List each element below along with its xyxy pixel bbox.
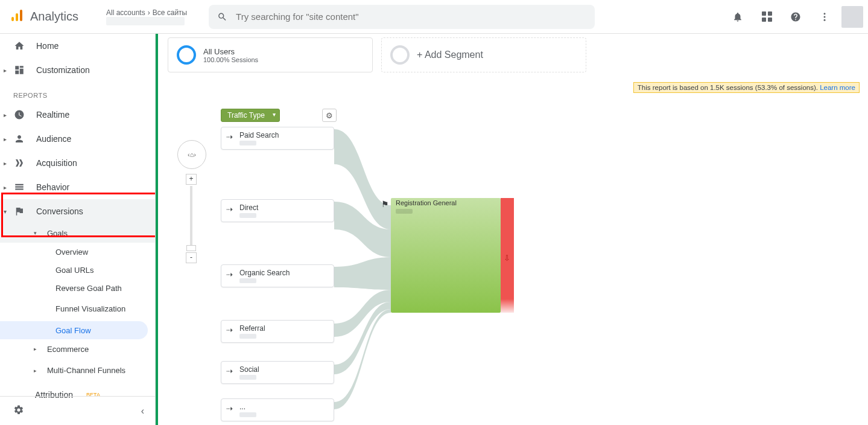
- flow-canvas: Traffic Type ⚙ ‹ ⌂ › + - ⇢Paid Search⇢Di…: [164, 109, 860, 423]
- collapse-sidebar-button[interactable]: ‹: [141, 406, 144, 417]
- more-vert-icon: [819, 11, 830, 22]
- nav-label: Audience: [36, 134, 71, 144]
- zoom-handle[interactable]: [186, 245, 196, 251]
- home-icon: ⌂: [190, 151, 194, 158]
- chevron-right-icon: ▸: [4, 160, 7, 167]
- source-label: Direct: [239, 203, 258, 212]
- arrow-icon: ⇢: [226, 404, 233, 413]
- chevron-right-icon: ▸: [34, 368, 37, 374]
- segment-circle-icon: [177, 45, 196, 65]
- home-icon: [13, 40, 25, 51]
- svg-point-3: [824, 13, 826, 14]
- sub-item-multi-channel[interactable]: ▸ Multi-Channel Funnels: [0, 359, 155, 383]
- add-segment-button[interactable]: + Add Segment: [381, 37, 586, 72]
- arrow-icon: ⇢: [226, 270, 233, 279]
- sub-label: Funnel Visualization: [55, 304, 125, 314]
- svg-point-5: [824, 19, 826, 21]
- help-icon: [790, 11, 801, 22]
- sub-item-goals[interactable]: ▾ Goals: [0, 223, 155, 243]
- flow-source-node[interactable]: ⇢Organic Search: [221, 264, 334, 287]
- reports-section-label: REPORTS: [0, 82, 155, 103]
- source-label: Social: [239, 365, 259, 374]
- flag-icon: ⚑: [381, 199, 389, 209]
- ga-logo-icon: [10, 8, 24, 25]
- search-icon: [217, 11, 227, 22]
- sub-item-reverse-goal-path[interactable]: Reverse Goal Path: [0, 279, 155, 297]
- goal-node[interactable]: ⚑ Registration General: [391, 198, 501, 313]
- segment-title: All Users: [203, 47, 258, 56]
- sidebar-item-home[interactable]: Home: [0, 34, 155, 58]
- sampling-banner: This report is based on 1.5K sessions (5…: [633, 82, 860, 93]
- sub-label: Overview: [55, 248, 88, 257]
- sidebar-footer: ‹: [0, 396, 155, 425]
- source-value-placeholder: [239, 375, 256, 380]
- search-input[interactable]: [236, 11, 586, 22]
- banner-text: This report is based on 1.5K sessions (5…: [638, 84, 820, 91]
- segments-row: All Users 100.00% Sessions + Add Segment: [156, 34, 868, 82]
- breadcrumb-all-accounts: All accounts: [106, 8, 145, 17]
- flow-source-node[interactable]: ⇢Direct: [221, 199, 334, 222]
- drop-off-arrow-icon: ⇩: [504, 254, 510, 263]
- nav-label: Acquisition: [36, 158, 77, 168]
- admin-gear-button[interactable]: [13, 404, 24, 418]
- apps-button[interactable]: [755, 5, 779, 29]
- notifications-button[interactable]: [726, 5, 750, 29]
- nav-label: Home: [36, 41, 59, 51]
- flow-settings-button[interactable]: ⚙: [322, 109, 337, 122]
- zoom-slider[interactable]: [190, 186, 192, 251]
- segment-all-users[interactable]: All Users 100.00% Sessions: [168, 37, 373, 72]
- sidebar-item-behavior[interactable]: ▸ Behavior: [0, 175, 155, 199]
- sub-item-overview[interactable]: Overview: [0, 243, 155, 261]
- sidebar-item-realtime[interactable]: ▸ Realtime: [0, 103, 155, 127]
- sidebar-item-audience[interactable]: ▸ Audience: [0, 127, 155, 151]
- source-label: Referral: [239, 324, 265, 333]
- dimension-selector[interactable]: Traffic Type: [221, 109, 280, 122]
- flow-source-node[interactable]: ⇢Social: [221, 361, 334, 384]
- sub-item-goal-urls[interactable]: Goal URLs: [0, 261, 155, 279]
- source-label: Paid Search: [239, 131, 279, 139]
- chevron-right-icon: ▸: [4, 136, 7, 142]
- chevron-right-icon: ▸: [4, 112, 7, 118]
- source-value-placeholder: [239, 141, 256, 145]
- flow-source-node[interactable]: ⇢Referral: [221, 320, 334, 343]
- chevron-right-icon: ▸: [4, 184, 7, 191]
- arrow-icon: ⇢: [226, 366, 233, 375]
- search-bar[interactable]: [209, 5, 595, 29]
- avatar[interactable]: [841, 6, 863, 28]
- flow-source-node[interactable]: ⇢...: [221, 398, 334, 421]
- flag-icon: [13, 206, 25, 217]
- zoom-in-button[interactable]: +: [186, 174, 197, 185]
- gear-icon: ⚙: [326, 111, 333, 120]
- sidebar-item-conversions[interactable]: ▾ Conversions: [0, 199, 155, 223]
- goal-value-placeholder: [396, 209, 413, 214]
- flow-nav-control[interactable]: ‹ ⌂ ›: [177, 140, 206, 169]
- segment-circle-icon: [390, 45, 410, 65]
- sidebar-item-acquisition[interactable]: ▸ Acquisition: [0, 151, 155, 175]
- green-edge-indicator: [156, 34, 158, 425]
- sidebar: Home ▸ Customization REPORTS ▸ Realtime …: [0, 34, 156, 425]
- svg-rect-2: [20, 10, 22, 21]
- learn-more-link[interactable]: Learn more: [820, 84, 855, 91]
- clock-icon: [13, 109, 25, 120]
- apps-icon: [762, 11, 772, 22]
- breadcrumb[interactable]: All accounts › Все сайты: [101, 6, 204, 28]
- sub-label: Reverse Goal Path: [55, 284, 122, 293]
- sub-item-ecommerce[interactable]: ▸ Ecommerce: [0, 339, 155, 359]
- sidebar-item-customization[interactable]: ▸ Customization: [0, 58, 155, 82]
- person-icon: [13, 133, 25, 144]
- sub-item-goal-flow[interactable]: Goal Flow: [0, 321, 148, 339]
- main-area: All Users 100.00% Sessions + Add Segment…: [156, 34, 868, 425]
- dashboard-icon: [13, 65, 25, 75]
- zoom-out-button[interactable]: -: [186, 252, 197, 263]
- more-button[interactable]: [813, 5, 837, 29]
- zoom-control: + -: [186, 174, 197, 263]
- sub-label: Ecommerce: [40, 345, 89, 354]
- sub-label: Goals: [40, 229, 68, 238]
- flow-source-node[interactable]: ⇢Paid Search: [221, 127, 334, 150]
- logo-area[interactable]: Analytics: [0, 8, 97, 25]
- help-button[interactable]: [784, 5, 808, 29]
- sub-item-funnel-visualization[interactable]: Funnel Visualization: [0, 297, 155, 321]
- sub-label: Goal URLs: [55, 266, 94, 275]
- sub-label: Multi-Channel Funnels: [40, 366, 125, 375]
- source-label: Organic Search: [239, 269, 290, 277]
